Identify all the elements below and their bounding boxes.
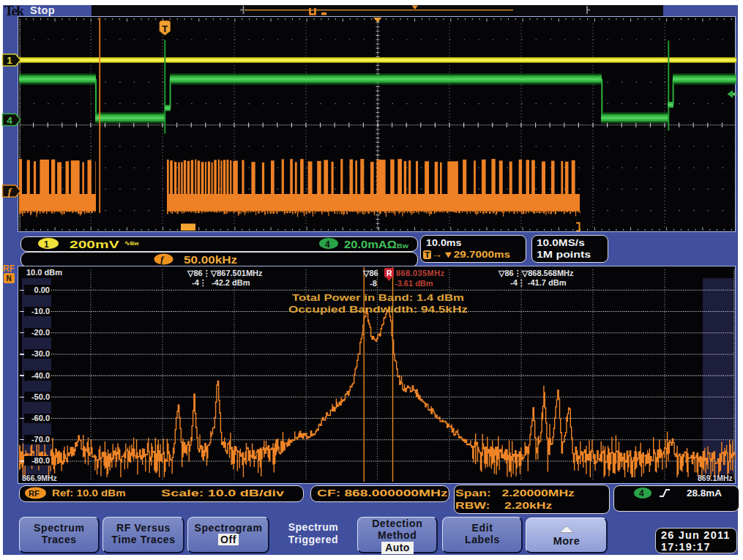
svg-text:T: T <box>162 23 168 34</box>
svg-text:1: 1 <box>7 55 12 66</box>
svg-text:4: 4 <box>7 115 12 126</box>
